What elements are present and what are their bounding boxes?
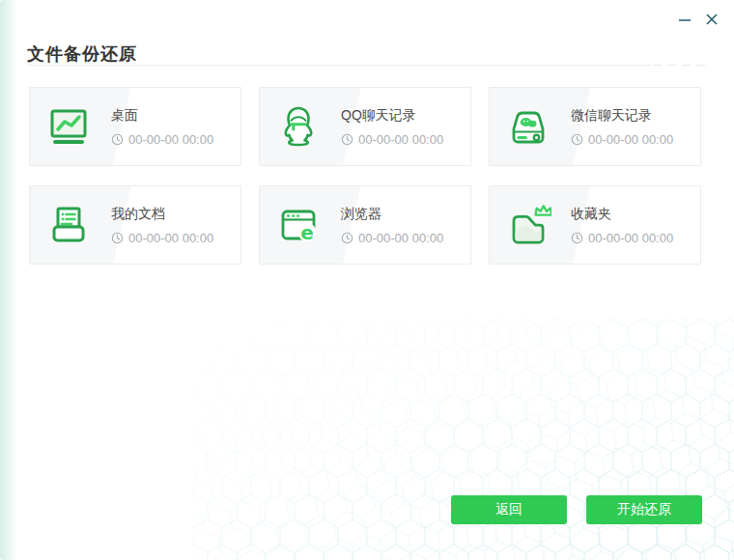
documents-printer-icon bbox=[45, 202, 92, 248]
card-time: 00-00-00 00:00 bbox=[571, 231, 673, 245]
clock-icon bbox=[571, 133, 583, 146]
page-title: 文件备份还原 bbox=[27, 42, 137, 66]
clock-icon bbox=[341, 232, 353, 244]
card-time: 00-00-00 00:00 bbox=[111, 132, 213, 147]
card-wechat-chat-history[interactable]: 微信聊天记录 00-00-00 00:00 bbox=[489, 87, 701, 166]
card-time-text: 00-00-00 00:00 bbox=[588, 231, 673, 245]
card-qq-chat-history[interactable]: QQ聊天记录 00-00-00 00:00 bbox=[259, 87, 471, 166]
card-time-text: 00-00-00 00:00 bbox=[588, 132, 673, 147]
header-divider-dashes bbox=[653, 65, 707, 66]
card-label: 收藏夹 bbox=[571, 206, 673, 223]
card-label: QQ聊天记录 bbox=[341, 107, 443, 125]
close-icon bbox=[705, 13, 719, 26]
start-restore-button[interactable]: 开始还原 bbox=[586, 495, 702, 524]
svg-text:e: e bbox=[300, 221, 314, 244]
card-label: 微信聊天记录 bbox=[571, 107, 673, 125]
card-label: 我的文档 bbox=[111, 206, 213, 223]
card-favorites[interactable]: 收藏夹 00-00-00 00:00 bbox=[489, 185, 701, 265]
window-controls bbox=[676, 11, 720, 28]
qq-penguin-icon bbox=[275, 103, 322, 150]
card-time: 00-00-00 00:00 bbox=[341, 132, 443, 147]
minimize-button[interactable] bbox=[676, 11, 693, 28]
minimize-icon bbox=[678, 13, 692, 26]
card-my-documents[interactable]: 我的文档 00-00-00 00:00 bbox=[29, 185, 241, 265]
close-button[interactable] bbox=[703, 11, 720, 28]
card-time-text: 00-00-00 00:00 bbox=[128, 231, 213, 245]
clock-icon bbox=[111, 232, 124, 244]
desktop-monitor-chart-icon bbox=[45, 103, 92, 150]
card-time-text: 00-00-00 00:00 bbox=[358, 231, 443, 245]
card-desktop[interactable]: 桌面 00-00-00 00:00 bbox=[29, 87, 241, 166]
wechat-drive-icon bbox=[505, 103, 551, 150]
browser-e-icon: e bbox=[275, 202, 322, 248]
card-time: 00-00-00 00:00 bbox=[571, 132, 673, 147]
card-time-text: 00-00-00 00:00 bbox=[128, 132, 213, 147]
footer-actions: 返回 开始还原 bbox=[451, 495, 702, 524]
restore-category-cards: 桌面 00-00-00 00:00 QQ聊天记录 bbox=[29, 87, 701, 265]
card-time: 00-00-00 00:00 bbox=[111, 231, 213, 245]
clock-icon bbox=[111, 133, 124, 146]
card-label: 桌面 bbox=[111, 107, 213, 125]
card-time: 00-00-00 00:00 bbox=[341, 231, 443, 245]
card-browser[interactable]: e 浏览器 00-00-00 00:00 bbox=[259, 185, 471, 265]
left-edge-glow bbox=[0, 0, 17, 560]
clock-icon bbox=[571, 232, 583, 244]
card-time-text: 00-00-00 00:00 bbox=[358, 132, 443, 147]
clock-icon bbox=[341, 133, 353, 146]
folder-crown-icon bbox=[505, 202, 551, 248]
card-label: 浏览器 bbox=[341, 206, 443, 223]
back-button[interactable]: 返回 bbox=[451, 495, 567, 524]
